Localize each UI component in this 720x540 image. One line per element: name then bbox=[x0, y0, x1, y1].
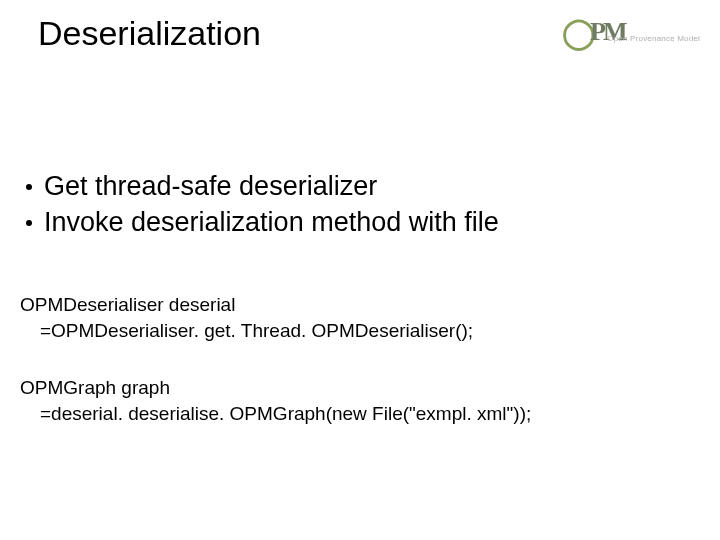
logo-ring-icon: ◯ bbox=[562, 15, 593, 50]
opm-logo-mark: ◯PM bbox=[562, 15, 624, 50]
bullet-list: Get thread-safe deserializer Invoke dese… bbox=[20, 170, 680, 242]
code-line: OPMGraph graph bbox=[20, 377, 170, 398]
list-item: Invoke deserialization method with file bbox=[20, 206, 680, 240]
opm-logo: ◯PM bbox=[562, 8, 702, 56]
slide: Deserialization ◯PM Open Provenance Mode… bbox=[0, 0, 720, 540]
list-item: Get thread-safe deserializer bbox=[20, 170, 680, 204]
code-line: =OPMDeserialiser. get. Thread. OPMDeseri… bbox=[20, 318, 680, 344]
code-line: =deserial. deserialise. OPMGraph(new Fil… bbox=[20, 401, 680, 427]
page-title: Deserialization bbox=[38, 14, 261, 53]
bullet-text: Invoke deserialization method with file bbox=[44, 206, 499, 240]
code-block-1: OPMDeserialiser deserial =OPMDeserialise… bbox=[20, 292, 680, 343]
bullet-icon bbox=[26, 220, 32, 226]
code-line: OPMDeserialiser deserial bbox=[20, 294, 235, 315]
opm-logo-subtitle: Open Provenance Model bbox=[607, 34, 700, 43]
code-block-2: OPMGraph graph =deserial. deserialise. O… bbox=[20, 375, 680, 426]
bullet-icon bbox=[26, 184, 32, 190]
bullet-text: Get thread-safe deserializer bbox=[44, 170, 377, 204]
